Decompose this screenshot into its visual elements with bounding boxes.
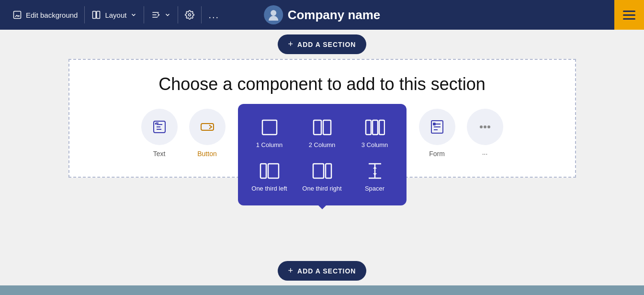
three-column-icon bbox=[365, 117, 385, 137]
more-dots-icon bbox=[476, 118, 494, 136]
spacer-label: Spacer bbox=[365, 185, 384, 192]
layout-popup: 1 Column 2 Column bbox=[238, 104, 407, 205]
svg-point-3 bbox=[189, 14, 191, 16]
svg-rect-8 bbox=[314, 120, 321, 135]
layout-1-column[interactable]: 1 Column bbox=[246, 113, 294, 152]
layout-spacer[interactable]: Spacer bbox=[351, 157, 399, 196]
svg-rect-13 bbox=[260, 164, 266, 178]
button-label: Button bbox=[197, 150, 216, 158]
button-icon bbox=[199, 118, 216, 136]
footer-strip bbox=[0, 285, 644, 295]
svg-point-24 bbox=[487, 125, 490, 128]
svg-rect-2 bbox=[97, 11, 100, 19]
svg-rect-16 bbox=[326, 164, 331, 178]
align-button[interactable] bbox=[144, 6, 178, 23]
component-form[interactable]: Form bbox=[418, 109, 456, 158]
logo-icon bbox=[267, 8, 280, 22]
three-column-label: 3 Column bbox=[362, 141, 388, 148]
one-third-right-icon bbox=[312, 161, 332, 181]
layout-one-third-left[interactable]: One third left bbox=[246, 157, 294, 196]
svg-rect-1 bbox=[93, 11, 96, 19]
component-more[interactable]: ··· bbox=[466, 109, 504, 158]
settings-button[interactable] bbox=[178, 6, 202, 23]
add-section-bottom-button[interactable]: + ADD A SECTION bbox=[278, 261, 367, 281]
text-icon bbox=[151, 118, 168, 136]
more-icon-circle bbox=[467, 109, 503, 145]
component-button[interactable]: Button bbox=[188, 109, 226, 158]
two-column-label: 2 Column bbox=[309, 141, 336, 148]
edit-background-icon bbox=[12, 10, 22, 20]
more-label: ··· bbox=[482, 150, 488, 158]
company-header: Company name bbox=[264, 0, 381, 30]
form-label: Form bbox=[429, 150, 445, 158]
gear-icon bbox=[185, 10, 194, 20]
plus-icon-top: + bbox=[288, 39, 294, 49]
spacer-icon bbox=[365, 161, 385, 181]
two-column-icon bbox=[312, 117, 332, 137]
one-third-right-label: One third right bbox=[302, 185, 341, 192]
svg-point-22 bbox=[480, 125, 483, 128]
chevron-down-icon2 bbox=[164, 11, 171, 18]
edit-background-button[interactable]: Edit background bbox=[6, 6, 85, 23]
plus-icon-bottom: + bbox=[288, 266, 294, 276]
one-third-left-label: One third left bbox=[251, 185, 287, 192]
text-label: Text bbox=[153, 150, 166, 158]
layout-one-third-right[interactable]: One third right bbox=[298, 157, 346, 196]
section-title: Choose a component to add to this sectio… bbox=[158, 74, 485, 94]
layout-icon bbox=[91, 10, 101, 20]
svg-point-23 bbox=[484, 125, 486, 128]
layout-3-column[interactable]: 3 Column bbox=[351, 113, 399, 152]
more-options-button[interactable]: ... bbox=[202, 6, 226, 24]
svg-rect-0 bbox=[14, 11, 21, 19]
layout-2-column[interactable]: 2 Column bbox=[298, 113, 346, 152]
text-icon-circle bbox=[141, 109, 178, 145]
svg-rect-12 bbox=[379, 120, 384, 135]
hamburger-icon bbox=[623, 11, 635, 20]
toolbar: Edit background Layout ... bbox=[0, 0, 644, 30]
company-name-text: Company name bbox=[288, 8, 381, 23]
component-grid: Text Button 1 Colu bbox=[89, 109, 556, 158]
main-area: + ADD A SECTION Choose a component to ad… bbox=[0, 30, 644, 295]
svg-rect-9 bbox=[323, 120, 331, 135]
one-third-left-icon bbox=[260, 161, 280, 181]
svg-rect-7 bbox=[262, 120, 277, 135]
one-column-icon bbox=[260, 117, 280, 137]
form-icon bbox=[429, 118, 446, 136]
hamburger-button[interactable] bbox=[614, 0, 644, 30]
company-logo bbox=[264, 5, 283, 24]
chevron-down-icon bbox=[130, 11, 137, 18]
layout-button[interactable]: Layout bbox=[85, 6, 144, 23]
svg-point-4 bbox=[271, 10, 276, 16]
component-text[interactable]: Text bbox=[140, 109, 179, 158]
svg-rect-11 bbox=[373, 120, 378, 135]
button-icon-circle bbox=[189, 109, 226, 145]
svg-rect-21 bbox=[433, 123, 435, 125]
form-icon-circle bbox=[419, 109, 455, 145]
add-section-top-button[interactable]: + ADD A SECTION bbox=[278, 34, 367, 54]
one-column-label: 1 Column bbox=[256, 141, 283, 148]
section-container: Choose a component to add to this sectio… bbox=[68, 59, 576, 178]
svg-rect-10 bbox=[366, 120, 371, 135]
align-icon bbox=[151, 10, 160, 20]
toolbar-left: Edit background Layout ... bbox=[6, 6, 226, 24]
svg-rect-15 bbox=[313, 164, 324, 178]
svg-rect-14 bbox=[268, 164, 279, 178]
